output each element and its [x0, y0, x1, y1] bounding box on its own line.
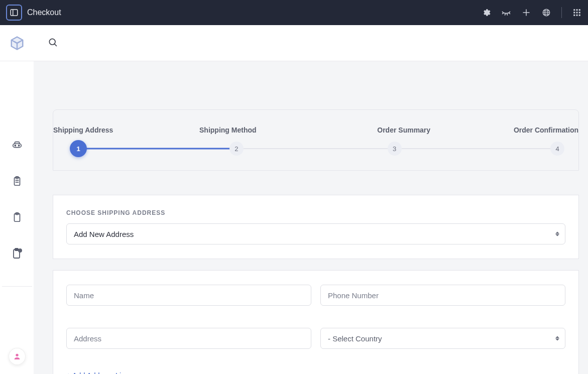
- sidebar-item-clipboard[interactable]: [9, 173, 26, 190]
- step-dot-4[interactable]: 4: [550, 142, 564, 156]
- country-select[interactable]: - Select Country: [320, 328, 565, 349]
- phone-input[interactable]: [320, 285, 565, 306]
- content-area: Shipping Address Shipping Method Order S…: [34, 61, 588, 374]
- wizard-track-fill: [78, 148, 237, 150]
- add-address-line-button[interactable]: + Add Address Line: [66, 371, 129, 374]
- eye-closed-icon[interactable]: [501, 8, 511, 18]
- svg-point-25: [15, 145, 16, 146]
- step-num-2: 2: [234, 145, 238, 153]
- page-title: Checkout: [27, 8, 61, 17]
- gear-icon[interactable]: [481, 8, 491, 18]
- brand-logo[interactable]: [0, 25, 34, 61]
- user-avatar[interactable]: [9, 348, 26, 365]
- svg-line-2: [503, 13, 504, 14]
- topbar-divider: [561, 7, 562, 18]
- svg-rect-13: [573, 9, 575, 11]
- svg-line-5: [509, 13, 510, 14]
- panel-toggle-button[interactable]: [6, 5, 22, 21]
- svg-rect-24: [13, 144, 21, 147]
- name-input[interactable]: [66, 285, 311, 306]
- svg-rect-17: [576, 12, 578, 14]
- svg-rect-0: [11, 10, 18, 16]
- step-num-3: 3: [393, 145, 396, 153]
- svg-rect-18: [579, 12, 580, 14]
- checkout-stepper: Shipping Address Shipping Method Order S…: [53, 109, 579, 171]
- svg-point-36: [19, 250, 20, 251]
- sidebar-item-clipboard-plain[interactable]: [9, 209, 26, 226]
- svg-line-23: [54, 44, 56, 46]
- step-label-shipping-method: Shipping Method: [162, 126, 294, 134]
- apps-grid-icon[interactable]: [572, 8, 582, 18]
- svg-rect-15: [579, 9, 580, 11]
- step-dot-3[interactable]: 3: [388, 142, 402, 156]
- plus-icon[interactable]: [521, 8, 531, 18]
- address-form-card: - Select Country + Add Address Line: [53, 270, 579, 374]
- step-dot-1[interactable]: 1: [70, 140, 87, 157]
- step-dot-2[interactable]: 2: [229, 142, 244, 156]
- svg-point-37: [16, 354, 18, 356]
- address-selector[interactable]: Add New Address: [66, 223, 565, 244]
- step-num-4: 4: [555, 145, 559, 153]
- svg-line-4: [507, 14, 508, 16]
- svg-point-26: [18, 145, 19, 146]
- svg-rect-20: [576, 15, 578, 16]
- search-icon[interactable]: [48, 37, 58, 49]
- sidebar-divider: [2, 286, 32, 287]
- step-num-1: 1: [76, 145, 80, 153]
- top-bar: Checkout: [0, 0, 588, 25]
- sidebar-item-ports[interactable]: [9, 137, 26, 154]
- globe-icon[interactable]: [541, 8, 551, 18]
- svg-rect-21: [579, 15, 580, 16]
- svg-rect-14: [576, 9, 578, 11]
- sidebar-item-clipboard-gear[interactable]: [9, 245, 26, 262]
- sub-header: [34, 25, 588, 61]
- step-label-order-summary: Order Summary: [338, 126, 469, 134]
- svg-rect-16: [573, 12, 575, 14]
- choose-address-card: CHOOSE SHIPPING ADDRESS Add New Address: [53, 195, 579, 259]
- svg-rect-19: [573, 15, 575, 16]
- svg-line-3: [505, 14, 506, 16]
- choose-address-heading: CHOOSE SHIPPING ADDRESS: [66, 209, 565, 216]
- address-input[interactable]: [66, 328, 311, 349]
- sidebar: [0, 61, 34, 374]
